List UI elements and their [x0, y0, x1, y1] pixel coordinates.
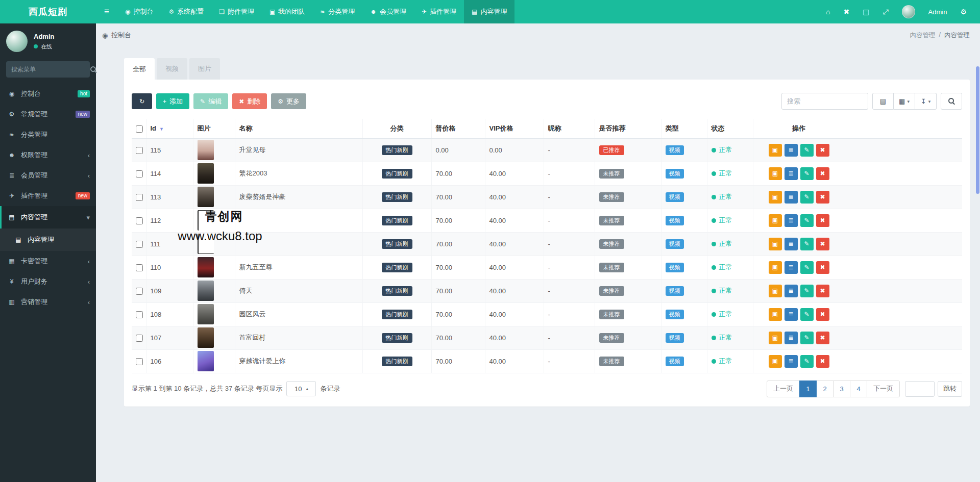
- row-delete-button[interactable]: ✖: [816, 308, 829, 321]
- page-number-button[interactable]: 1: [799, 380, 817, 397]
- sort-caret-icon[interactable]: ▼: [159, 126, 164, 132]
- poster-thumbnail[interactable]: [198, 234, 214, 254]
- sidebar-item[interactable]: ✈ 插件管理 new: [0, 186, 96, 206]
- row-list-button[interactable]: ≣: [785, 144, 798, 157]
- row-list-button[interactable]: ≣: [785, 167, 798, 180]
- row-image-button[interactable]: ▣: [769, 191, 782, 204]
- row-checkbox[interactable]: [136, 194, 143, 201]
- row-image-button[interactable]: ▣: [769, 167, 782, 180]
- breadcrumb-parent[interactable]: 内容管理: [910, 31, 936, 40]
- row-delete-button[interactable]: ✖: [816, 261, 829, 274]
- table-row[interactable]: 109 倚天 热门新剧 70.00 40.00 - 未推荐 视频 正常: [132, 279, 962, 302]
- prev-page-button[interactable]: 上一页: [767, 380, 800, 397]
- poster-thumbnail[interactable]: [198, 187, 214, 207]
- poster-thumbnail[interactable]: [198, 327, 214, 348]
- row-delete-button[interactable]: ✖: [816, 167, 829, 180]
- row-checkbox[interactable]: [136, 264, 143, 271]
- row-checkbox[interactable]: [136, 170, 143, 177]
- hamburger-icon[interactable]: ≡: [96, 0, 117, 23]
- delete-button[interactable]: ✖删除: [232, 93, 267, 109]
- col-header-vip-price[interactable]: VIP价格: [485, 119, 544, 138]
- table-row[interactable]: 112 热门新剧 70.00 40.00 - 未推荐 视频 正常: [132, 209, 962, 232]
- poster-thumbnail[interactable]: [198, 351, 214, 371]
- page-number-button[interactable]: 4: [850, 380, 867, 397]
- row-image-button[interactable]: ▣: [769, 261, 782, 274]
- row-delete-button[interactable]: ✖: [816, 285, 829, 297]
- col-header-category[interactable]: 分类: [362, 119, 431, 138]
- navbar-item[interactable]: ▤ 内容管理: [464, 0, 514, 23]
- row-checkbox[interactable]: [136, 311, 143, 318]
- edit-button[interactable]: ✎编辑: [193, 93, 228, 109]
- navbar-item[interactable]: ☻ 会员管理: [362, 0, 414, 23]
- home-icon[interactable]: ⌂: [826, 8, 830, 16]
- row-checkbox[interactable]: [136, 147, 143, 154]
- row-edit-button[interactable]: ✎: [800, 191, 814, 204]
- row-delete-button[interactable]: ✖: [816, 191, 829, 204]
- col-header-type[interactable]: 类型: [661, 119, 707, 138]
- row-checkbox[interactable]: [136, 217, 143, 224]
- tab[interactable]: 视频: [157, 58, 187, 80]
- row-edit-button[interactable]: ✎: [800, 355, 814, 368]
- sidebar-item[interactable]: ❧ 分类管理: [0, 124, 96, 145]
- scrollbar-thumb[interactable]: [976, 66, 979, 194]
- table-row[interactable]: 106 穿越诡计爱上你 热门新剧 70.00 40.00 - 未推荐 视频: [132, 349, 962, 373]
- next-page-button[interactable]: 下一页: [867, 380, 900, 397]
- col-header-name[interactable]: 名称: [235, 119, 362, 138]
- row-image-button[interactable]: ▣: [769, 332, 782, 344]
- row-checkbox[interactable]: [136, 335, 143, 342]
- row-edit-button[interactable]: ✎: [800, 144, 814, 157]
- poster-thumbnail[interactable]: [198, 304, 214, 324]
- row-list-button[interactable]: ≣: [785, 355, 798, 368]
- page-number-button[interactable]: 2: [816, 380, 834, 397]
- navbar-item[interactable]: ⚙ 系统配置: [161, 0, 211, 23]
- tab[interactable]: 图片: [189, 58, 220, 80]
- row-edit-button[interactable]: ✎: [800, 285, 814, 297]
- row-list-button[interactable]: ≣: [785, 214, 798, 227]
- tab[interactable]: 全部: [124, 58, 155, 81]
- row-edit-button[interactable]: ✎: [800, 332, 814, 344]
- row-image-button[interactable]: ▣: [769, 285, 782, 297]
- page-number-button[interactable]: 3: [833, 380, 850, 397]
- navbar-item[interactable]: ✈ 插件管理: [414, 0, 464, 23]
- row-edit-button[interactable]: ✎: [800, 214, 814, 227]
- page-size-select[interactable]: 10 ▴: [286, 381, 316, 396]
- jump-button[interactable]: 跳转: [938, 381, 962, 397]
- row-checkbox[interactable]: [136, 358, 143, 365]
- poster-thumbnail[interactable]: [198, 140, 214, 160]
- table-row[interactable]: 115 升堂见母 热门新剧 0.00 0.00 - 已推荐 视频 正常: [132, 138, 962, 162]
- row-delete-button[interactable]: ✖: [816, 144, 829, 157]
- sidebar-item[interactable]: ▥ 营销管理 ‹: [0, 292, 96, 312]
- row-image-button[interactable]: ▣: [769, 355, 782, 368]
- row-checkbox[interactable]: [136, 288, 143, 295]
- table-row[interactable]: 110 新九五至尊 热门新剧 70.00 40.00 - 未推荐 视频 正: [132, 256, 962, 279]
- detail-view-button[interactable]: ▤: [872, 93, 894, 110]
- row-image-button[interactable]: ▣: [769, 214, 782, 227]
- sidebar-item[interactable]: ☻ 权限管理 ‹: [0, 145, 96, 165]
- more-button[interactable]: ⚙更多: [271, 93, 306, 109]
- col-header-nick[interactable]: 昵称: [544, 119, 595, 138]
- refresh-button[interactable]: ↻: [132, 93, 152, 109]
- sidebar-avatar[interactable]: [6, 31, 28, 52]
- table-row[interactable]: 108 园区风云 热门新剧 70.00 40.00 - 未推荐 视频 正常: [132, 302, 962, 326]
- row-list-button[interactable]: ≣: [785, 308, 798, 321]
- trash-icon[interactable]: ✖: [843, 8, 849, 16]
- row-checkbox[interactable]: [136, 241, 143, 248]
- sidebar-item[interactable]: ◉ 控制台 hot: [0, 84, 96, 104]
- table-row[interactable]: 107 首富回村 热门新剧 70.00 40.00 - 未推荐 视频 正常: [132, 326, 962, 349]
- breadcrumb-left-label[interactable]: 控制台: [111, 31, 131, 40]
- sidebar-item[interactable]: ▤ 内容管理 ▾: [0, 206, 96, 229]
- row-image-button[interactable]: ▣: [769, 238, 782, 250]
- col-header-id[interactable]: Id▼: [146, 119, 193, 138]
- col-header-recommend[interactable]: 是否推荐: [595, 119, 661, 138]
- navbar-item[interactable]: ❧ 分类管理: [312, 0, 362, 23]
- row-delete-button[interactable]: ✖: [816, 332, 829, 344]
- col-header-price[interactable]: 普价格: [431, 119, 485, 138]
- row-list-button[interactable]: ≣: [785, 191, 798, 204]
- jump-page-input[interactable]: [905, 381, 935, 397]
- expand-icon[interactable]: ⤢: [883, 8, 888, 16]
- add-button[interactable]: +添加: [156, 93, 189, 109]
- row-list-button[interactable]: ≣: [785, 332, 798, 344]
- search-button[interactable]: [941, 93, 962, 110]
- row-edit-button[interactable]: ✎: [800, 261, 814, 274]
- row-edit-button[interactable]: ✎: [800, 167, 814, 180]
